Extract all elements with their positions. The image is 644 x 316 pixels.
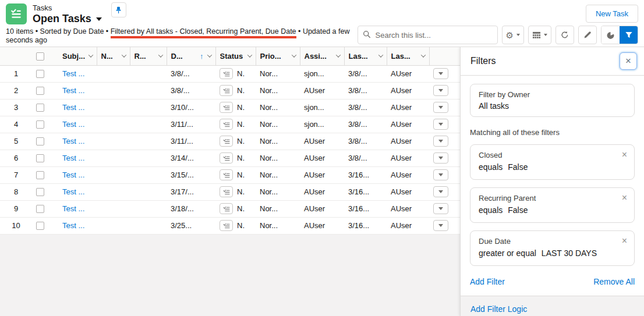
chevron-down-icon[interactable] xyxy=(378,53,383,58)
row-checkbox[interactable] xyxy=(36,222,44,230)
row-checkbox[interactable] xyxy=(36,137,44,145)
subject-link[interactable]: Test ... xyxy=(62,137,84,145)
table-row: 3 Test ... 3/10/... N. Nor... sjon... 3/… xyxy=(0,99,460,116)
column-header-last-modified[interactable]: Las... xyxy=(344,47,387,65)
column-header-due-date[interactable]: D...↑ xyxy=(167,47,215,65)
select-all-checkbox[interactable] xyxy=(36,52,44,61)
chevron-down-icon[interactable] xyxy=(420,53,425,58)
due-date-cell: 3/8/... xyxy=(167,65,215,82)
subject-link[interactable]: Test ... xyxy=(62,103,84,112)
last-modified-cell: 3/16... xyxy=(344,183,387,200)
charts-button[interactable] xyxy=(601,26,620,44)
filter-card[interactable]: Due Date greater or equalLAST 30 DAYS × xyxy=(470,230,635,266)
add-filter-logic-link[interactable]: Add Filter Logic xyxy=(470,304,527,314)
picklist-icon xyxy=(223,172,230,178)
list-settings-button[interactable]: ⚙ xyxy=(502,26,524,44)
pin-list-button[interactable] xyxy=(111,2,126,17)
row-actions-button[interactable] xyxy=(433,102,448,113)
chevron-down-icon[interactable] xyxy=(88,53,93,58)
status-picklist-button[interactable] xyxy=(220,186,233,197)
add-filter-link[interactable]: Add Filter xyxy=(470,277,505,286)
filter-card[interactable]: Recurring Parent equalsFalse × xyxy=(470,187,635,223)
search-input[interactable] xyxy=(358,26,498,44)
status-picklist-button[interactable] xyxy=(220,136,233,147)
status-picklist-button[interactable] xyxy=(220,119,233,130)
subject-link[interactable]: Test ... xyxy=(62,154,84,162)
row-actions-button[interactable] xyxy=(433,186,448,197)
row-checkbox[interactable] xyxy=(36,154,44,162)
close-filters-button[interactable]: × xyxy=(620,52,637,70)
column-header-status[interactable]: Status xyxy=(215,47,256,65)
column-header-priority[interactable]: Prio... xyxy=(256,47,300,65)
column-header-assigned[interactable]: Assi... xyxy=(300,47,344,65)
row-actions-button[interactable] xyxy=(433,152,448,164)
status-picklist-button[interactable] xyxy=(220,220,233,231)
row-actions-button[interactable] xyxy=(433,68,448,79)
chevron-down-icon[interactable] xyxy=(291,53,296,58)
chevron-down-icon[interactable] xyxy=(96,17,102,21)
subject-link[interactable]: Test ... xyxy=(62,187,84,196)
row-actions-button[interactable] xyxy=(433,169,448,180)
status-picklist-button[interactable] xyxy=(220,102,233,113)
column-header-subject[interactable]: Subj... xyxy=(58,47,97,65)
chevron-down-icon[interactable] xyxy=(247,53,252,58)
remove-all-link[interactable]: Remove All xyxy=(593,277,635,286)
due-date-cell: 3/14/... xyxy=(167,150,215,166)
row-actions-button[interactable] xyxy=(433,203,448,214)
status-picklist-button[interactable] xyxy=(220,203,233,214)
table-row: 1 Test ... 3/8/... N. Nor... sjon... 3/8… xyxy=(0,65,460,82)
subject-cell: Test ... xyxy=(58,200,97,217)
subject-link[interactable]: Test ... xyxy=(62,204,84,213)
status-picklist-button[interactable] xyxy=(220,68,233,79)
row-checkbox[interactable] xyxy=(36,171,44,179)
subject-link[interactable]: Test ... xyxy=(62,171,84,179)
new-task-button[interactable]: New Task xyxy=(586,5,638,23)
refresh-button[interactable] xyxy=(555,26,574,44)
last-modified-cell: 3/16... xyxy=(344,200,387,217)
row-checkbox[interactable] xyxy=(36,104,44,112)
subject-link[interactable]: Test ... xyxy=(62,69,84,78)
priority-cell: Nor... xyxy=(256,217,300,234)
chevron-down-icon[interactable] xyxy=(207,53,211,58)
row-number: 6 xyxy=(0,150,32,166)
subject-link[interactable]: Test ... xyxy=(62,120,84,129)
subject-cell: Test ... xyxy=(58,133,97,150)
column-header-name[interactable]: N... xyxy=(97,47,130,65)
row-checkbox[interactable] xyxy=(36,120,44,129)
row-actions-button[interactable] xyxy=(433,136,448,147)
filter-card[interactable]: Closed equalsFalse × xyxy=(470,144,635,180)
subject-link[interactable]: Test ... xyxy=(62,221,84,230)
filters-button[interactable] xyxy=(620,26,638,44)
row-checkbox[interactable] xyxy=(36,70,44,78)
row-checkbox[interactable] xyxy=(36,188,44,196)
status-picklist-button[interactable] xyxy=(220,85,233,96)
row-actions-cell xyxy=(429,82,460,99)
chevron-down-icon[interactable] xyxy=(158,53,162,58)
row-checkbox[interactable] xyxy=(36,87,44,95)
list-view-selector[interactable]: Open Tasks xyxy=(33,13,102,24)
page-header: Tasks Open Tasks 10 items • Sorted by Du… xyxy=(0,0,644,47)
chevron-down-icon[interactable] xyxy=(121,53,126,58)
table-row: 9 Test ... 3/18/... N. Nor... AUser 3/16… xyxy=(0,200,460,217)
remove-filter-icon[interactable]: × xyxy=(622,150,627,159)
status-picklist-button[interactable] xyxy=(220,169,233,180)
remove-filter-icon[interactable]: × xyxy=(622,193,627,203)
chevron-down-icon[interactable] xyxy=(335,53,340,58)
select-all-header xyxy=(32,47,58,65)
remove-filter-icon[interactable]: × xyxy=(622,236,627,246)
column-header-related[interactable]: R... xyxy=(130,47,167,65)
due-date-cell: 3/11/... xyxy=(167,133,215,150)
name-cell xyxy=(97,183,130,200)
row-checkbox[interactable] xyxy=(36,205,44,213)
subject-link[interactable]: Test ... xyxy=(62,86,84,95)
priority-cell: Nor... xyxy=(256,133,300,150)
edit-button[interactable] xyxy=(578,26,597,44)
row-actions-button[interactable] xyxy=(433,119,448,130)
column-header-last-modified-by[interactable]: Las... xyxy=(387,47,429,65)
status-picklist-button[interactable] xyxy=(220,152,233,164)
priority-cell: Nor... xyxy=(256,99,300,116)
row-actions-button[interactable] xyxy=(433,85,448,96)
display-as-button[interactable] xyxy=(528,26,551,44)
filter-by-owner-card[interactable]: Filter by Owner All tasks xyxy=(470,84,635,117)
row-actions-button[interactable] xyxy=(433,220,448,231)
